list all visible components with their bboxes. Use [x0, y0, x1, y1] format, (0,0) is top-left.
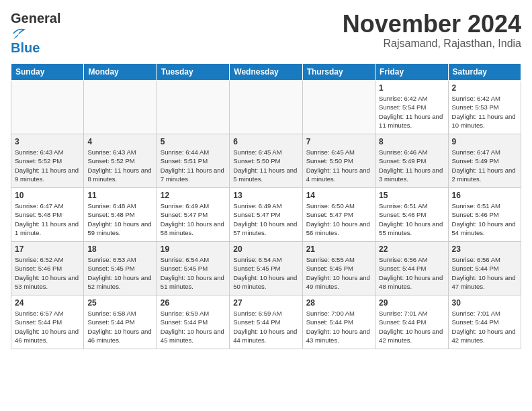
calendar-cell: 1Sunrise: 6:42 AM Sunset: 5:54 PM Daylig… — [375, 81, 448, 134]
day-number: 18 — [87, 244, 152, 254]
day-number: 27 — [233, 298, 298, 308]
calendar-cell: 7Sunrise: 6:45 AM Sunset: 5:50 PM Daylig… — [302, 134, 375, 188]
calendar-week-1: 3Sunrise: 6:43 AM Sunset: 5:52 PM Daylig… — [11, 134, 521, 188]
day-info: Sunrise: 6:46 AM Sunset: 5:49 PM Dayligh… — [379, 148, 444, 183]
day-number: 19 — [161, 244, 226, 254]
day-number: 17 — [15, 244, 80, 254]
day-number: 21 — [306, 244, 371, 254]
day-number: 5 — [161, 137, 226, 146]
calendar-cell: 23Sunrise: 6:56 AM Sunset: 5:44 PM Dayli… — [448, 242, 521, 295]
day-info: Sunrise: 6:44 AM Sunset: 5:51 PM Dayligh… — [161, 148, 226, 183]
calendar-cell — [302, 81, 375, 134]
day-number: 11 — [87, 191, 152, 200]
day-info: Sunrise: 6:45 AM Sunset: 5:50 PM Dayligh… — [306, 148, 371, 183]
day-header-tuesday: Tuesday — [157, 64, 229, 81]
day-info: Sunrise: 6:53 AM Sunset: 5:45 PM Dayligh… — [87, 255, 152, 291]
calendar-cell — [157, 81, 229, 134]
day-info: Sunrise: 6:59 AM Sunset: 5:44 PM Dayligh… — [161, 309, 226, 345]
calendar-cell: 22Sunrise: 6:56 AM Sunset: 5:44 PM Dayli… — [375, 242, 448, 295]
day-header-wednesday: Wednesday — [230, 64, 302, 81]
day-info: Sunrise: 6:47 AM Sunset: 5:48 PM Dayligh… — [15, 201, 80, 237]
day-info: Sunrise: 6:59 AM Sunset: 5:44 PM Dayligh… — [233, 309, 298, 345]
day-info: Sunrise: 6:51 AM Sunset: 5:46 PM Dayligh… — [379, 201, 444, 237]
day-number: 25 — [87, 298, 152, 308]
logo-blue: Blue — [11, 40, 71, 55]
day-number: 26 — [161, 298, 226, 308]
calendar-cell: 2Sunrise: 6:42 AM Sunset: 5:53 PM Daylig… — [448, 81, 521, 134]
day-number: 16 — [452, 191, 517, 200]
day-number: 14 — [306, 191, 371, 200]
day-number: 4 — [87, 137, 152, 146]
calendar-cell: 9Sunrise: 6:47 AM Sunset: 5:49 PM Daylig… — [448, 134, 521, 188]
day-number: 6 — [233, 137, 298, 146]
calendar-cell: 3Sunrise: 6:43 AM Sunset: 5:52 PM Daylig… — [11, 134, 84, 188]
logo-general: General — [11, 11, 60, 26]
day-number: 24 — [15, 298, 80, 308]
title-area: November 2024 Rajsamand, Rajasthan, Indi… — [343, 11, 521, 50]
day-number: 8 — [379, 137, 444, 146]
calendar-cell: 13Sunrise: 6:49 AM Sunset: 5:47 PM Dayli… — [230, 188, 302, 242]
calendar-cell: 27Sunrise: 6:59 AM Sunset: 5:44 PM Dayli… — [230, 295, 302, 349]
day-header-monday: Monday — [84, 64, 157, 81]
calendar-week-2: 10Sunrise: 6:47 AM Sunset: 5:48 PM Dayli… — [11, 188, 521, 242]
day-info: Sunrise: 6:43 AM Sunset: 5:52 PM Dayligh… — [15, 148, 80, 183]
day-info: Sunrise: 6:47 AM Sunset: 5:49 PM Dayligh… — [452, 148, 517, 183]
calendar-cell: 20Sunrise: 6:54 AM Sunset: 5:45 PM Dayli… — [230, 242, 302, 295]
day-info: Sunrise: 6:55 AM Sunset: 5:45 PM Dayligh… — [306, 255, 371, 291]
logo-bird-icon — [12, 28, 24, 40]
calendar-cell: 14Sunrise: 6:50 AM Sunset: 5:47 PM Dayli… — [302, 188, 375, 242]
calendar-cell: 24Sunrise: 6:57 AM Sunset: 5:44 PM Dayli… — [11, 295, 84, 349]
calendar-cell: 25Sunrise: 6:58 AM Sunset: 5:44 PM Dayli… — [84, 295, 157, 349]
calendar-cell: 15Sunrise: 6:51 AM Sunset: 5:46 PM Dayli… — [375, 188, 448, 242]
calendar-cell: 6Sunrise: 6:45 AM Sunset: 5:50 PM Daylig… — [230, 134, 302, 188]
calendar-cell: 4Sunrise: 6:43 AM Sunset: 5:52 PM Daylig… — [84, 134, 157, 188]
day-number: 9 — [452, 137, 517, 146]
calendar-cell — [84, 81, 157, 134]
day-info: Sunrise: 6:42 AM Sunset: 5:53 PM Dayligh… — [452, 94, 517, 130]
day-header-saturday: Saturday — [448, 64, 521, 81]
day-info: Sunrise: 6:52 AM Sunset: 5:46 PM Dayligh… — [15, 255, 80, 291]
calendar-cell: 16Sunrise: 6:51 AM Sunset: 5:46 PM Dayli… — [448, 188, 521, 242]
day-info: Sunrise: 6:54 AM Sunset: 5:45 PM Dayligh… — [233, 255, 298, 291]
day-number: 2 — [452, 83, 517, 93]
day-header-thursday: Thursday — [302, 64, 375, 81]
day-number: 20 — [233, 244, 298, 254]
day-number: 3 — [15, 137, 80, 146]
calendar-cell — [230, 81, 302, 134]
day-info: Sunrise: 7:01 AM Sunset: 5:44 PM Dayligh… — [379, 309, 444, 345]
calendar-week-3: 17Sunrise: 6:52 AM Sunset: 5:46 PM Dayli… — [11, 242, 521, 295]
calendar-cell: 11Sunrise: 6:48 AM Sunset: 5:48 PM Dayli… — [84, 188, 157, 242]
day-number: 12 — [161, 191, 226, 200]
day-info: Sunrise: 6:51 AM Sunset: 5:46 PM Dayligh… — [452, 201, 517, 237]
day-info: Sunrise: 6:57 AM Sunset: 5:44 PM Dayligh… — [15, 309, 80, 345]
day-info: Sunrise: 6:42 AM Sunset: 5:54 PM Dayligh… — [379, 94, 444, 130]
day-number: 13 — [233, 191, 298, 200]
calendar-cell: 10Sunrise: 6:47 AM Sunset: 5:48 PM Dayli… — [11, 188, 84, 242]
calendar-cell: 28Sunrise: 7:00 AM Sunset: 5:44 PM Dayli… — [302, 295, 375, 349]
day-number: 22 — [379, 244, 444, 254]
day-info: Sunrise: 6:56 AM Sunset: 5:44 PM Dayligh… — [379, 255, 444, 291]
header: General Blue November 2024 Rajsamand, Ra… — [11, 11, 521, 55]
day-info: Sunrise: 6:43 AM Sunset: 5:52 PM Dayligh… — [87, 148, 152, 183]
day-header-friday: Friday — [375, 64, 448, 81]
calendar-cell: 21Sunrise: 6:55 AM Sunset: 5:45 PM Dayli… — [302, 242, 375, 295]
logo: General Blue — [11, 11, 71, 55]
day-number: 28 — [306, 298, 371, 308]
day-info: Sunrise: 6:56 AM Sunset: 5:44 PM Dayligh… — [452, 255, 517, 291]
day-info: Sunrise: 7:00 AM Sunset: 5:44 PM Dayligh… — [306, 309, 371, 345]
day-info: Sunrise: 6:49 AM Sunset: 5:47 PM Dayligh… — [161, 201, 226, 237]
calendar-header-row: SundayMondayTuesdayWednesdayThursdayFrid… — [11, 64, 521, 81]
day-number: 7 — [306, 137, 371, 146]
calendar: SundayMondayTuesdayWednesdayThursdayFrid… — [11, 63, 521, 349]
calendar-body: 1Sunrise: 6:42 AM Sunset: 5:54 PM Daylig… — [11, 81, 521, 349]
calendar-week-4: 24Sunrise: 6:57 AM Sunset: 5:44 PM Dayli… — [11, 295, 521, 349]
calendar-cell: 12Sunrise: 6:49 AM Sunset: 5:47 PM Dayli… — [157, 188, 229, 242]
day-info: Sunrise: 6:54 AM Sunset: 5:45 PM Dayligh… — [161, 255, 226, 291]
day-info: Sunrise: 6:50 AM Sunset: 5:47 PM Dayligh… — [306, 201, 371, 237]
calendar-cell: 5Sunrise: 6:44 AM Sunset: 5:51 PM Daylig… — [157, 134, 229, 188]
location-title: Rajsamand, Rajasthan, India — [343, 38, 521, 50]
day-number: 10 — [15, 191, 80, 200]
calendar-cell: 30Sunrise: 7:01 AM Sunset: 5:44 PM Dayli… — [448, 295, 521, 349]
calendar-cell: 26Sunrise: 6:59 AM Sunset: 5:44 PM Dayli… — [157, 295, 229, 349]
day-number: 29 — [379, 298, 444, 308]
